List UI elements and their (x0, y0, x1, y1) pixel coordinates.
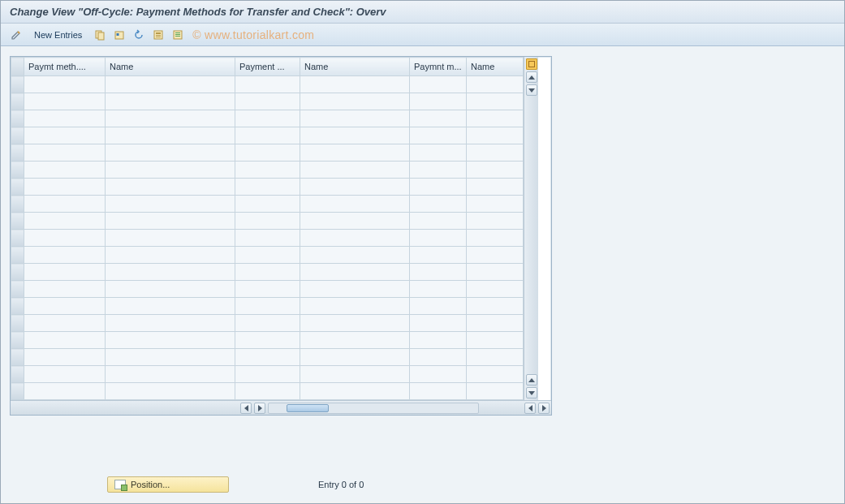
cell[interactable] (106, 383, 235, 400)
table-row[interactable] (11, 76, 524, 93)
cell[interactable] (467, 264, 524, 281)
cell[interactable] (300, 127, 410, 144)
table-row[interactable] (11, 230, 524, 247)
table-row[interactable] (11, 213, 524, 230)
cell[interactable] (300, 179, 410, 196)
row-selector[interactable] (11, 247, 24, 264)
cell[interactable] (235, 349, 300, 366)
cell[interactable] (467, 144, 524, 162)
cell[interactable] (235, 76, 300, 93)
cell[interactable] (24, 349, 106, 366)
cell[interactable] (106, 144, 235, 162)
row-selector[interactable] (11, 144, 24, 162)
cell[interactable] (24, 281, 106, 298)
cell[interactable] (106, 162, 235, 179)
cell[interactable] (24, 213, 106, 230)
cell[interactable] (300, 93, 410, 110)
column-header[interactable]: Name (300, 58, 410, 76)
cell[interactable] (24, 127, 106, 144)
row-selector[interactable] (11, 179, 24, 196)
cell[interactable] (106, 230, 235, 247)
cell[interactable] (106, 264, 235, 281)
table-row[interactable] (11, 110, 524, 127)
column-header[interactable]: Paymt meth.... (24, 58, 106, 76)
scroll-down-end-icon[interactable] (526, 387, 537, 398)
hscroll-thumb[interactable] (287, 404, 329, 412)
column-header[interactable]: Paymnt m... (410, 58, 467, 76)
cell[interactable] (410, 366, 467, 383)
cell[interactable] (300, 332, 410, 349)
cell[interactable] (410, 213, 467, 230)
scroll-left-icon[interactable] (240, 403, 252, 414)
cell[interactable] (300, 110, 410, 127)
cell[interactable] (106, 332, 235, 349)
cell[interactable] (410, 93, 467, 110)
scroll-up-end-icon[interactable] (526, 374, 537, 386)
hscroll-track[interactable] (268, 403, 479, 414)
table-row[interactable] (11, 93, 524, 110)
cell[interactable] (106, 213, 235, 230)
cell[interactable] (24, 264, 106, 281)
cell[interactable] (24, 196, 106, 213)
cell[interactable] (410, 298, 467, 315)
row-selector[interactable] (11, 315, 24, 332)
cell[interactable] (467, 298, 524, 315)
cell[interactable] (24, 93, 106, 110)
cell[interactable] (235, 281, 300, 298)
cell[interactable] (235, 230, 300, 247)
cell[interactable] (106, 110, 235, 127)
scroll-right-icon[interactable] (538, 403, 550, 414)
cell[interactable] (410, 76, 467, 93)
cell[interactable] (410, 230, 467, 247)
cell[interactable] (106, 127, 235, 144)
cell[interactable] (235, 110, 300, 127)
vertical-scrollbar[interactable] (524, 57, 538, 400)
cell[interactable] (467, 230, 524, 247)
cell[interactable] (467, 349, 524, 366)
cell[interactable] (410, 179, 467, 196)
cell[interactable] (467, 213, 524, 230)
column-header[interactable]: Payment ... (235, 58, 300, 76)
cell[interactable] (106, 315, 235, 332)
cell[interactable] (235, 144, 300, 162)
cell[interactable] (410, 247, 467, 264)
table-row[interactable] (11, 162, 524, 179)
cell[interactable] (410, 332, 467, 349)
cell[interactable] (410, 383, 467, 400)
cell[interactable] (24, 110, 106, 127)
cell[interactable] (410, 144, 467, 162)
cell[interactable] (106, 281, 235, 298)
row-selector[interactable] (11, 93, 24, 110)
cell[interactable] (24, 76, 106, 93)
cell[interactable] (106, 179, 235, 196)
table-row[interactable] (11, 144, 524, 162)
row-selector[interactable] (11, 383, 24, 400)
row-selector[interactable] (11, 366, 24, 383)
cell[interactable] (300, 196, 410, 213)
cell[interactable] (467, 281, 524, 298)
cell[interactable] (24, 247, 106, 264)
configure-columns-icon[interactable] (526, 58, 537, 70)
position-button[interactable]: Position... (107, 476, 229, 493)
cell[interactable] (24, 162, 106, 179)
cell[interactable] (300, 247, 410, 264)
table-row[interactable] (11, 127, 524, 144)
cell[interactable] (467, 110, 524, 127)
table-row[interactable] (11, 264, 524, 281)
delete-icon[interactable] (111, 27, 127, 43)
cell[interactable] (106, 76, 235, 93)
table-row[interactable] (11, 315, 524, 332)
cell[interactable] (410, 127, 467, 144)
row-selector[interactable] (11, 281, 24, 298)
cell[interactable] (410, 110, 467, 127)
row-selector[interactable] (11, 213, 24, 230)
cell[interactable] (24, 383, 106, 400)
cell[interactable] (24, 230, 106, 247)
scroll-right-step-icon[interactable] (254, 403, 265, 414)
cell[interactable] (235, 264, 300, 281)
cell[interactable] (467, 93, 524, 110)
row-selector[interactable] (11, 349, 24, 366)
column-header[interactable]: Name (467, 58, 524, 76)
cell[interactable] (300, 281, 410, 298)
new-entries-button[interactable]: New Entries (28, 27, 88, 43)
